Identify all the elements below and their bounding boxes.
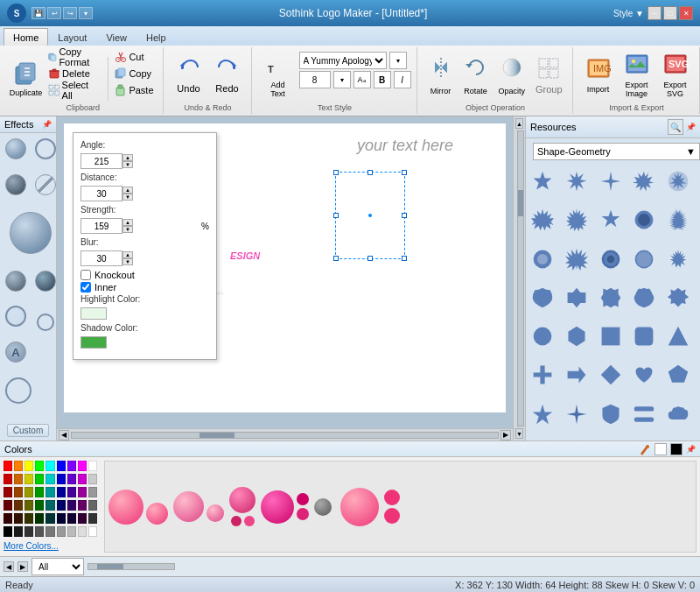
swatch-4-8[interactable] bbox=[78, 500, 87, 511]
shape-cross[interactable] bbox=[529, 362, 556, 388]
color-preview-area[interactable] bbox=[104, 461, 696, 553]
effect-large-sphere[interactable] bbox=[10, 212, 52, 254]
swatch-yellow[interactable] bbox=[24, 461, 33, 471]
redo-button[interactable]: Redo bbox=[209, 50, 246, 101]
swatch-6-8[interactable] bbox=[78, 526, 87, 537]
swatch-cyan[interactable] bbox=[46, 461, 54, 471]
shape-pentagon[interactable] bbox=[665, 362, 691, 388]
effect-medium-sphere[interactable] bbox=[5, 271, 26, 292]
shape-badge4[interactable] bbox=[631, 285, 657, 311]
shape-sunburst3[interactable] bbox=[598, 246, 624, 272]
effects-pin[interactable]: 📌 bbox=[42, 120, 52, 129]
swatch-violet[interactable] bbox=[67, 461, 76, 471]
handle-mr[interactable] bbox=[402, 213, 407, 218]
swatch-3-4[interactable] bbox=[35, 487, 44, 497]
effect-diagonal[interactable] bbox=[35, 174, 56, 195]
italic-btn[interactable]: I bbox=[394, 71, 411, 88]
effect-sphere[interactable] bbox=[5, 138, 26, 159]
shape-star5a[interactable] bbox=[598, 207, 624, 233]
swatch-4-2[interactable] bbox=[14, 500, 23, 511]
shape-sunburst1[interactable] bbox=[529, 246, 556, 272]
swatch-3-6[interactable] bbox=[57, 487, 66, 497]
swatch-6-2[interactable] bbox=[14, 526, 23, 537]
shape-burst1[interactable] bbox=[529, 207, 556, 233]
resources-search-btn[interactable]: 🔍 bbox=[668, 119, 683, 135]
swatch-3-9[interactable] bbox=[88, 487, 97, 497]
bottom-scroll-right[interactable]: ▶ bbox=[18, 561, 28, 572]
handle-tm[interactable] bbox=[368, 170, 373, 175]
swatch-3-7[interactable] bbox=[67, 487, 76, 497]
shape-star10a[interactable] bbox=[631, 168, 657, 194]
import-button[interactable]: IMG Import bbox=[580, 50, 617, 101]
effect-outline2[interactable] bbox=[5, 306, 26, 327]
swatch-darkgreen[interactable] bbox=[35, 474, 44, 484]
shape-sunburst4[interactable] bbox=[631, 246, 657, 272]
bottom-scroll-track[interactable] bbox=[88, 563, 175, 570]
swatch-4-4[interactable] bbox=[35, 500, 44, 511]
strength-input[interactable] bbox=[80, 218, 122, 234]
swatch-3-5[interactable] bbox=[46, 487, 54, 497]
hscroll-right-btn[interactable]: ▶ bbox=[500, 430, 511, 440]
blur-down-btn[interactable]: ▼ bbox=[122, 258, 133, 265]
shape-square[interactable] bbox=[598, 323, 624, 349]
swatch-purple[interactable] bbox=[67, 474, 76, 484]
canvas-scroll[interactable]: Angle: ▲ ▼ bbox=[57, 116, 513, 428]
swatch-5-3[interactable] bbox=[24, 513, 33, 524]
blur-input[interactable] bbox=[80, 250, 122, 266]
shape-sunburst2[interactable] bbox=[564, 246, 590, 272]
opacity-button[interactable]: Opacity bbox=[494, 50, 530, 101]
shape-hexagon[interactable] bbox=[564, 323, 590, 349]
effect-circle-outline[interactable] bbox=[35, 138, 56, 159]
inner-checkbox[interactable] bbox=[80, 282, 91, 292]
copy-format-button[interactable]: Copy Format bbox=[45, 49, 104, 65]
swatch-red[interactable] bbox=[4, 461, 12, 471]
category-select[interactable]: Shape-Geometry ▼ bbox=[533, 143, 700, 160]
knockout-checkbox[interactable] bbox=[80, 270, 91, 280]
swatch-6-7[interactable] bbox=[67, 526, 76, 537]
shape-burst2[interactable] bbox=[564, 207, 590, 233]
swatch-darkred[interactable] bbox=[4, 474, 12, 484]
swatch-5-1[interactable] bbox=[4, 513, 12, 524]
highlight-color-swatch[interactable] bbox=[80, 307, 107, 320]
shape-burst4[interactable] bbox=[665, 207, 691, 233]
shape-star4b[interactable] bbox=[564, 401, 590, 427]
distance-up-btn[interactable]: ▲ bbox=[122, 187, 133, 194]
undo-quick-btn[interactable]: ↩ bbox=[47, 7, 61, 19]
dot-magenta-1[interactable] bbox=[297, 493, 309, 505]
swatch-olive[interactable] bbox=[24, 474, 33, 484]
shape-rounded-square[interactable] bbox=[631, 323, 657, 349]
swatch-teal[interactable] bbox=[46, 474, 54, 484]
dot-magenta-2[interactable] bbox=[297, 508, 309, 520]
angle-down-btn[interactable]: ▼ bbox=[122, 161, 133, 168]
distance-down-btn[interactable]: ▼ bbox=[122, 194, 133, 201]
blur-up-btn[interactable]: ▲ bbox=[122, 251, 133, 258]
redo-quick-btn[interactable]: ↪ bbox=[63, 7, 77, 19]
close-btn[interactable]: ✕ bbox=[679, 6, 693, 20]
tab-view[interactable]: View bbox=[96, 28, 136, 46]
more-quick-btn[interactable]: ▾ bbox=[79, 7, 93, 19]
shape-star4a[interactable] bbox=[598, 168, 624, 194]
swatch-silver[interactable] bbox=[88, 474, 97, 484]
select-all-button[interactable]: Select All bbox=[45, 82, 104, 98]
swatch-5-2[interactable] bbox=[14, 513, 23, 524]
duplicate-button[interactable]: Duplicate bbox=[9, 53, 43, 104]
colors-picker-icon[interactable] bbox=[639, 443, 651, 455]
shape-heart[interactable] bbox=[631, 362, 657, 388]
swatch-navy[interactable] bbox=[57, 474, 66, 484]
font-select[interactable]: A Yummy Apology bbox=[299, 52, 387, 69]
dot-sm-2[interactable] bbox=[384, 508, 400, 524]
swatch-5-5[interactable] bbox=[46, 513, 54, 524]
mirror-button[interactable]: Mirror bbox=[424, 50, 458, 101]
effect-outline3[interactable] bbox=[37, 314, 54, 331]
font-expand-btn[interactable]: ▾ bbox=[389, 52, 407, 69]
swatch-6-4[interactable] bbox=[35, 526, 44, 537]
filter-select[interactable]: All bbox=[32, 558, 84, 575]
style-label[interactable]: Style ▼ bbox=[613, 9, 644, 18]
minimize-btn[interactable]: ─ bbox=[648, 6, 662, 20]
swatch-4-6[interactable] bbox=[57, 500, 66, 511]
handle-tr[interactable] bbox=[402, 170, 407, 175]
dot-pink-2[interactable] bbox=[244, 516, 255, 526]
swatch-5-8[interactable] bbox=[78, 513, 87, 524]
hscroll-thumb[interactable] bbox=[200, 433, 234, 438]
rotate-button[interactable]: Rotate bbox=[459, 50, 493, 101]
